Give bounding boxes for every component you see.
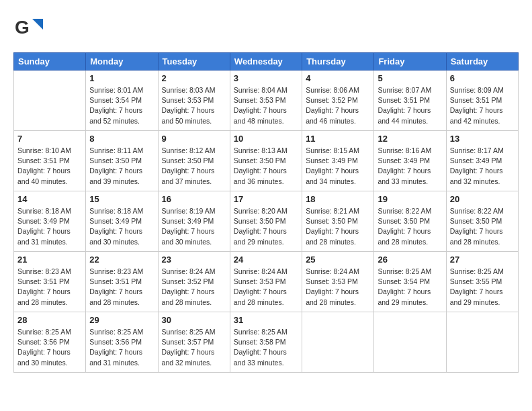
day-info: Sunrise: 8:23 AMSunset: 3:51 PMDaylight:… [17,267,82,308]
day-info: Sunrise: 8:25 AMSunset: 3:55 PMDaylight:… [450,267,515,308]
calendar-week-3: 14Sunrise: 8:18 AMSunset: 3:49 PMDayligh… [14,191,519,252]
svg-marker-1 [32,19,43,30]
day-number: 18 [306,194,370,204]
calendar-cell: 25Sunrise: 8:24 AMSunset: 3:53 PMDayligh… [302,252,374,312]
calendar-week-4: 21Sunrise: 8:23 AMSunset: 3:51 PMDayligh… [14,252,519,312]
day-info: Sunrise: 8:25 AMSunset: 3:57 PMDaylight:… [162,327,226,368]
day-info: Sunrise: 8:23 AMSunset: 3:51 PMDaylight:… [89,267,154,308]
day-info: Sunrise: 8:25 AMSunset: 3:58 PMDaylight:… [234,327,298,368]
page-header: G [13,13,519,46]
calendar-cell: 12Sunrise: 8:16 AMSunset: 3:49 PMDayligh… [374,131,446,191]
calendar-cell: 17Sunrise: 8:20 AMSunset: 3:50 PMDayligh… [230,191,302,252]
calendar-cell: 3Sunrise: 8:04 AMSunset: 3:53 PMDaylight… [230,71,302,131]
calendar-week-2: 7Sunrise: 8:10 AMSunset: 3:51 PMDaylight… [14,131,519,191]
calendar-cell: 29Sunrise: 8:25 AMSunset: 3:56 PMDayligh… [86,312,158,373]
day-info: Sunrise: 8:13 AMSunset: 3:50 PMDaylight:… [234,146,298,187]
day-number: 8 [89,134,154,144]
day-info: Sunrise: 8:12 AMSunset: 3:50 PMDaylight:… [162,146,226,187]
day-info: Sunrise: 8:07 AMSunset: 3:51 PMDaylight:… [378,85,442,126]
calendar-cell: 13Sunrise: 8:17 AMSunset: 3:49 PMDayligh… [446,131,518,191]
calendar-cell: 30Sunrise: 8:25 AMSunset: 3:57 PMDayligh… [158,312,230,373]
day-info: Sunrise: 8:20 AMSunset: 3:50 PMDaylight:… [234,206,298,247]
day-info: Sunrise: 8:18 AMSunset: 3:49 PMDaylight:… [89,206,154,247]
weekday-header-thursday: Thursday [302,53,374,71]
calendar-cell: 5Sunrise: 8:07 AMSunset: 3:51 PMDaylight… [374,71,446,131]
calendar-cell: 28Sunrise: 8:25 AMSunset: 3:56 PMDayligh… [14,312,86,373]
day-number: 15 [89,194,154,204]
day-number: 27 [450,255,515,265]
calendar-cell: 7Sunrise: 8:10 AMSunset: 3:51 PMDaylight… [14,131,86,191]
weekday-header-saturday: Saturday [446,53,518,71]
calendar-cell: 1Sunrise: 8:01 AMSunset: 3:54 PMDaylight… [86,71,158,131]
calendar-cell: 26Sunrise: 8:25 AMSunset: 3:54 PMDayligh… [374,252,446,312]
day-info: Sunrise: 8:01 AMSunset: 3:54 PMDaylight:… [89,85,154,126]
day-info: Sunrise: 8:21 AMSunset: 3:50 PMDaylight:… [306,206,370,247]
day-info: Sunrise: 8:16 AMSunset: 3:49 PMDaylight:… [378,146,442,187]
day-info: Sunrise: 8:25 AMSunset: 3:56 PMDaylight:… [17,327,82,368]
day-number: 20 [450,194,515,204]
calendar-cell [446,312,518,373]
calendar-header-row: SundayMondayTuesdayWednesdayThursdayFrid… [14,53,519,71]
day-number: 6 [450,73,515,83]
day-number: 22 [89,255,154,265]
day-number: 11 [306,134,370,144]
day-number: 10 [234,134,298,144]
calendar-cell: 6Sunrise: 8:09 AMSunset: 3:51 PMDaylight… [446,71,518,131]
day-number: 23 [162,255,226,265]
calendar-week-5: 28Sunrise: 8:25 AMSunset: 3:56 PMDayligh… [14,312,519,373]
day-info: Sunrise: 8:22 AMSunset: 3:50 PMDaylight:… [450,206,515,247]
day-info: Sunrise: 8:25 AMSunset: 3:56 PMDaylight:… [89,327,154,368]
calendar-cell: 14Sunrise: 8:18 AMSunset: 3:49 PMDayligh… [14,191,86,252]
calendar-cell: 19Sunrise: 8:22 AMSunset: 3:50 PMDayligh… [374,191,446,252]
calendar-cell: 27Sunrise: 8:25 AMSunset: 3:55 PMDayligh… [446,252,518,312]
day-number: 31 [234,315,298,325]
day-number: 1 [89,73,154,83]
day-info: Sunrise: 8:24 AMSunset: 3:52 PMDaylight:… [162,267,226,308]
weekday-header-friday: Friday [374,53,446,71]
logo-icon: G [13,13,43,43]
weekday-header-monday: Monday [86,53,158,71]
day-number: 28 [17,315,82,325]
weekday-header-wednesday: Wednesday [230,53,302,71]
calendar-cell: 2Sunrise: 8:03 AMSunset: 3:53 PMDaylight… [158,71,230,131]
day-info: Sunrise: 8:09 AMSunset: 3:51 PMDaylight:… [450,85,515,126]
calendar-cell: 24Sunrise: 8:24 AMSunset: 3:53 PMDayligh… [230,252,302,312]
day-info: Sunrise: 8:10 AMSunset: 3:51 PMDaylight:… [17,146,82,187]
calendar-cell [374,312,446,373]
day-info: Sunrise: 8:11 AMSunset: 3:50 PMDaylight:… [89,146,154,187]
calendar-table: SundayMondayTuesdayWednesdayThursdayFrid… [13,52,519,373]
day-number: 3 [234,73,298,83]
logo: G [13,13,46,46]
day-number: 12 [378,134,442,144]
day-info: Sunrise: 8:19 AMSunset: 3:49 PMDaylight:… [162,206,226,247]
day-info: Sunrise: 8:03 AMSunset: 3:53 PMDaylight:… [162,85,226,126]
calendar-cell: 15Sunrise: 8:18 AMSunset: 3:49 PMDayligh… [86,191,158,252]
calendar-cell [302,312,374,373]
calendar-cell: 4Sunrise: 8:06 AMSunset: 3:52 PMDaylight… [302,71,374,131]
calendar-cell: 21Sunrise: 8:23 AMSunset: 3:51 PMDayligh… [14,252,86,312]
calendar-week-1: 1Sunrise: 8:01 AMSunset: 3:54 PMDaylight… [14,71,519,131]
day-info: Sunrise: 8:15 AMSunset: 3:49 PMDaylight:… [306,146,370,187]
day-info: Sunrise: 8:04 AMSunset: 3:53 PMDaylight:… [234,85,298,126]
calendar-cell [14,71,86,131]
weekday-header-sunday: Sunday [14,53,86,71]
day-number: 21 [17,255,82,265]
calendar-cell: 22Sunrise: 8:23 AMSunset: 3:51 PMDayligh… [86,252,158,312]
day-number: 13 [450,134,515,144]
day-number: 19 [378,194,442,204]
calendar-cell: 10Sunrise: 8:13 AMSunset: 3:50 PMDayligh… [230,131,302,191]
day-number: 7 [17,134,82,144]
day-number: 14 [17,194,82,204]
day-number: 26 [378,255,442,265]
day-number: 16 [162,194,226,204]
calendar-cell: 9Sunrise: 8:12 AMSunset: 3:50 PMDaylight… [158,131,230,191]
calendar-cell: 31Sunrise: 8:25 AMSunset: 3:58 PMDayligh… [230,312,302,373]
day-number: 2 [162,73,226,83]
day-number: 29 [89,315,154,325]
day-info: Sunrise: 8:22 AMSunset: 3:50 PMDaylight:… [378,206,442,247]
day-info: Sunrise: 8:24 AMSunset: 3:53 PMDaylight:… [306,267,370,308]
day-info: Sunrise: 8:06 AMSunset: 3:52 PMDaylight:… [306,85,370,126]
calendar-cell: 20Sunrise: 8:22 AMSunset: 3:50 PMDayligh… [446,191,518,252]
svg-text:G: G [15,17,30,38]
calendar-cell: 11Sunrise: 8:15 AMSunset: 3:49 PMDayligh… [302,131,374,191]
